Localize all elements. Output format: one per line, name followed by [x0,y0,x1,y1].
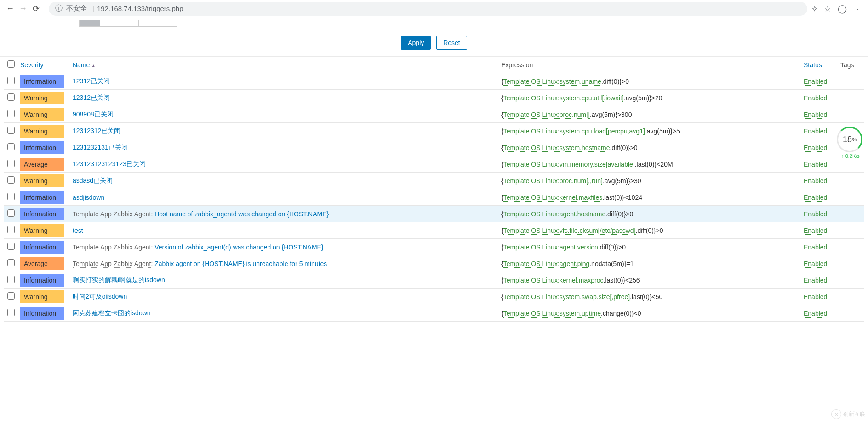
row-checkbox[interactable] [7,276,15,283]
row-checkbox[interactable] [7,110,15,117]
col-severity[interactable]: Severity [20,61,44,69]
severity-badge: Information [20,307,64,320]
trigger-name-link[interactable]: 啊实打实的解耦i啊就是的isdown [73,276,165,283]
expression-link[interactable]: Template OS Linux:system.cpu.load[percpu… [503,127,645,135]
trigger-name-link[interactable]: Host name of zabbix_agentd was changed o… [154,210,329,218]
apply-button[interactable]: Apply [401,36,431,50]
row-checkbox[interactable] [7,127,15,134]
row-checkbox[interactable] [7,209,15,217]
trigger-name-link[interactable]: 12312已关闭 [73,94,110,101]
expression-link[interactable]: Template OS Linux:vfs.file.cksum[/etc/pa… [503,227,636,235]
account-icon[interactable]: ◯ [838,4,847,14]
status-toggle[interactable]: Enabled [804,127,827,135]
status-toggle[interactable]: Enabled [804,277,827,284]
translate-icon[interactable]: ⟡ [812,4,817,13]
trigger-name-link[interactable]: asdasd已关闭 [73,177,113,184]
expression-tail: .last(0)}<20M [635,161,673,168]
trigger-name-link[interactable]: 12312已关闭 [73,77,110,85]
reset-button[interactable]: Reset [436,36,467,50]
back-icon[interactable]: ← [4,2,17,15]
table-row: Warning12312312已关闭{Template OS Linux:sys… [4,123,864,139]
info-icon: ⓘ [55,4,63,13]
expression-tail: .avg(5m)}>5 [645,127,680,135]
status-toggle[interactable]: Enabled [804,293,827,301]
trigger-name-link[interactable]: asdjisdown [73,194,104,201]
trigger-name-link[interactable]: 阿克苏建档立卡囧的isdown [73,309,151,317]
status-toggle[interactable]: Enabled [804,177,827,185]
row-checkbox[interactable] [7,176,15,184]
status-toggle[interactable]: Enabled [804,260,827,268]
expression-link[interactable]: Template OS Linux:kernel.maxproc [503,277,604,284]
star-icon[interactable]: ☆ [824,4,831,14]
status-toggle[interactable]: Enabled [804,227,827,235]
forward-icon[interactable]: → [17,2,29,15]
expression-link[interactable]: Template OS Linux:proc.num[] [503,111,590,119]
trigger-name-link[interactable]: 时间2可及oiisdown [73,293,127,300]
row-checkbox[interactable] [7,143,15,150]
row-checkbox[interactable] [7,93,15,101]
template-prefix-link[interactable]: Template App Zabbix Agent [73,243,151,251]
status-toggle[interactable]: Enabled [804,161,827,168]
status-toggle[interactable]: Enabled [804,194,827,202]
expression-tail: .avg(5m)}>300 [590,111,632,118]
expression-tail: .last(0)}<1024 [602,194,642,201]
status-toggle[interactable]: Enabled [804,94,827,102]
status-toggle[interactable]: Enabled [804,78,827,86]
table-row: Average123123123123123已关闭{Template OS Li… [4,156,864,173]
expression-link[interactable]: Template OS Linux:agent.version [503,243,598,251]
row-checkbox[interactable] [7,292,15,300]
row-checkbox[interactable] [7,160,15,167]
expression-link[interactable]: Template OS Linux:vm.memory.size[availab… [503,161,635,168]
col-name[interactable]: Name [73,61,96,69]
browser-toolbar: ← → ⟳ ⓘ 不安全 | 192.168.74.133/triggers.ph… [0,0,868,17]
row-checkbox[interactable] [7,226,15,233]
reload-icon[interactable]: ⟳ [29,2,42,15]
expression-link[interactable]: Template OS Linux:agent.hostname [503,210,606,218]
trigger-name-link[interactable]: 123123123123123已关闭 [73,160,146,168]
status-toggle[interactable]: Enabled [804,111,827,119]
network-speed-badge[interactable]: 18% ↑ 0.2K/s [837,127,864,158]
table-row: Warning时间2可及oiisdown{Template OS Linux:s… [4,289,864,305]
table-row: Information1231232131已关闭{Template OS Lin… [4,139,864,156]
trigger-name-link[interactable]: Version of zabbix_agent(d) was changed o… [154,243,323,251]
trigger-name-link[interactable]: 1231232131已关闭 [73,144,128,151]
expression-link[interactable]: Template OS Linux:system.hostname [503,144,610,152]
status-toggle[interactable]: Enabled [804,310,827,318]
expression-link[interactable]: Template OS Linux:kernel.maxfiles [503,194,603,202]
col-tags: Tags [840,61,854,69]
expression-link[interactable]: Template OS Linux:agent.ping [503,260,590,268]
tags-cell [837,90,864,106]
trigger-name-link[interactable]: 12312312已关闭 [73,127,120,134]
tags-cell [837,289,864,305]
table-row: Warning12312已关闭{Template OS Linux:system… [4,90,864,106]
col-status[interactable]: Status [804,61,822,69]
template-prefix-link[interactable]: Template App Zabbix Agent [73,210,151,218]
address-bar[interactable]: ⓘ 不安全 | 192.168.74.133/triggers.php [49,2,807,16]
tags-cell [837,255,864,272]
expression-link[interactable]: Template OS Linux:system.swap.size[,pfre… [503,293,630,301]
status-toggle[interactable]: Enabled [804,210,827,218]
menu-icon[interactable]: ⋮ [853,4,862,14]
col-expression: Expression [501,61,533,69]
row-checkbox[interactable] [7,309,15,316]
tags-cell [837,206,864,222]
trigger-name-link[interactable]: Zabbix agent on {HOST.NAME} is unreachab… [154,260,327,267]
expression-link[interactable]: Template OS Linux:proc.num[,,run] [503,177,603,185]
select-all-checkbox[interactable] [7,60,15,68]
status-toggle[interactable]: Enabled [804,144,827,152]
expression-tail: .change(0)}<0 [601,310,641,317]
trigger-name-link[interactable]: test [73,227,83,234]
expression-tail: .diff(0)}>0 [598,243,626,251]
expression-link[interactable]: Template OS Linux:system.cpu.util[,iowai… [503,94,624,102]
row-checkbox[interactable] [7,193,15,200]
row-checkbox[interactable] [7,243,15,250]
expression-link[interactable]: Template OS Linux:system.uptime [503,310,601,318]
template-prefix-link[interactable]: Template App Zabbix Agent [73,260,151,268]
row-checkbox[interactable] [7,259,15,266]
table-row: InformationTemplate App Zabbix Agent: Ho… [4,206,864,222]
row-checkbox[interactable] [7,77,15,84]
expression-link[interactable]: Template OS Linux:system.uname [503,78,601,86]
status-toggle[interactable]: Enabled [804,243,827,251]
trigger-name-link[interactable]: 908908已关闭 [73,110,114,118]
insecure-label: 不安全 [66,4,87,13]
